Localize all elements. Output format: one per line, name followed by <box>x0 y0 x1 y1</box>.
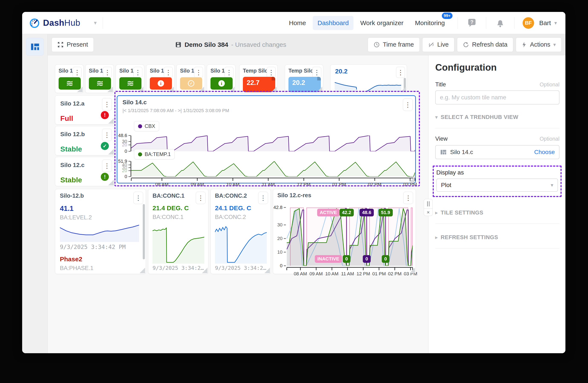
present-button[interactable]: Present <box>52 38 94 52</box>
tile-resize-handle[interactable] <box>264 268 270 273</box>
nav-item-dashboard[interactable]: Dashboard <box>313 16 354 30</box>
tile-resize-handle[interactable] <box>108 149 114 154</box>
legend-cbx[interactable]: CBX <box>134 121 159 131</box>
tile-menu-button[interactable]: ⋮ <box>133 192 143 204</box>
help-button[interactable]: ? <box>466 17 478 29</box>
status-tile-silo-12a[interactable]: Silo 12.a ⋮ Full ! <box>55 95 115 124</box>
caret-right-icon: ▸ <box>435 210 438 215</box>
save-icon <box>175 41 182 48</box>
refresh-settings-toggle[interactable]: ▸ REFRESH SETTINGS <box>435 234 559 241</box>
tile-menu-button[interactable]: ⋮ <box>396 67 405 78</box>
view-selector[interactable]: Silo 14.c Choose <box>435 145 559 159</box>
tile-menu-button[interactable]: ⋮ <box>103 67 112 78</box>
tile-resize-handle[interactable] <box>107 87 113 92</box>
choose-view-link[interactable]: Choose <box>534 149 555 155</box>
status-tile-silo-12c[interactable]: Silo 12.c ⋮ Stable ! <box>55 157 115 186</box>
temp-tile[interactable]: Temp Silo 2 ⋮ 20.2 <box>285 64 323 93</box>
cbx-chart <box>131 135 415 151</box>
chart-value-badge: 48.6 <box>360 209 374 216</box>
tile-resize-handle[interactable] <box>229 87 234 92</box>
dashboard-layout-button[interactable] <box>26 38 44 56</box>
nav-item-monitoring[interactable]: Monitoring 99+ <box>410 16 449 30</box>
mini-tile[interactable]: Silo 1 ⋮ ≋ <box>55 64 84 93</box>
live-button[interactable]: Live <box>422 38 454 52</box>
tile-resize-handle[interactable] <box>202 268 208 273</box>
alert-icon: ! <box>101 173 109 181</box>
avatar[interactable]: BF <box>523 17 534 29</box>
tile-menu-button[interactable]: ⋮ <box>258 192 268 204</box>
tile-silo-12c-res[interactable]: Silo 12.c-res ⋮ 42.83020100 ACTIVE42.248… <box>273 189 416 274</box>
mini-tile[interactable]: Silo 1 ⋮ ✓ <box>176 64 205 93</box>
main-tile-silo-14c[interactable]: Silo 14.c |< 1/31/2025 7:08:09 AM - >| 1… <box>117 95 416 183</box>
tile-resize-handle[interactable] <box>168 87 174 92</box>
trendhub-section-toggle[interactable]: ▾ SELECT A TRENDHUB VIEW <box>435 114 559 120</box>
tile-resize-handle[interactable] <box>409 177 415 182</box>
notifications-button[interactable] <box>494 17 506 29</box>
legend-dot <box>138 152 142 156</box>
conc2-sparkline-chart <box>215 222 267 264</box>
present-expand-icon <box>57 41 64 48</box>
drag-grip-icon[interactable] <box>424 199 433 209</box>
tile-menu-button[interactable]: ⋮ <box>133 67 142 78</box>
sparkline-chart <box>335 79 401 92</box>
tile-menu-button[interactable]: ⋮ <box>267 67 276 78</box>
tile-title-input[interactable] <box>435 90 559 104</box>
tile-ba-conc1[interactable]: BA:CONC.1 ⋮ 21.4 DEG. C BA:CONC.1 9/3/20… <box>148 189 208 274</box>
nav-divider <box>486 17 486 29</box>
tile-menu-button[interactable]: ⋮ <box>312 67 321 78</box>
tile-menu-button[interactable]: ⋮ <box>194 67 203 78</box>
section-divider <box>435 128 559 128</box>
tile-menu-button[interactable]: ⋮ <box>225 67 233 78</box>
time-frame-button[interactable]: Time frame <box>368 38 420 52</box>
tile-menu-button[interactable]: ⋮ <box>102 98 112 110</box>
brand-caret-icon[interactable]: ▾ <box>94 19 97 26</box>
nav-item-work-organizer[interactable]: Work organizer <box>356 16 408 30</box>
tile-menu-button[interactable]: ⋮ <box>102 160 112 172</box>
tile-scrollbar[interactable] <box>143 204 145 259</box>
tile-title: Silo 14.c <box>123 99 147 106</box>
tile-menu-button[interactable]: ⋮ <box>102 129 112 141</box>
tile-resize-handle[interactable] <box>108 118 114 124</box>
mini-tile[interactable]: Silo 1 ⋮ i <box>207 64 235 93</box>
tile-menu-button[interactable]: ⋮ <box>403 192 413 204</box>
caret-right-icon: ▸ <box>435 235 438 240</box>
tile-resize-handle[interactable] <box>108 180 114 185</box>
tile-menu-button[interactable]: ⋮ <box>164 67 173 78</box>
actions-button[interactable]: Actions ▾ <box>516 38 562 52</box>
brand-logo[interactable]: DashHub <box>29 18 80 29</box>
sparkline-tile[interactable]: 20.2 ⋮ <box>330 64 407 93</box>
tile-resize-handle[interactable] <box>199 87 204 92</box>
clock-icon <box>374 41 380 48</box>
tile-resize-handle[interactable] <box>138 87 143 92</box>
close-panel-button[interactable]: × <box>424 209 433 216</box>
panel-resize-handle[interactable]: × <box>424 199 433 216</box>
nav-item-home[interactable]: Home <box>284 16 311 30</box>
tile-resize-handle[interactable] <box>317 87 322 92</box>
tile-menu-button[interactable]: ⋮ <box>403 98 413 111</box>
temp-tile[interactable]: Temp Silo 1 ⋮ 22.7 <box>239 64 278 93</box>
display-as-select[interactable]: Plot ▾ <box>436 178 558 192</box>
mini-tile[interactable]: Silo 1 ⋮ i <box>146 64 175 93</box>
tile-value: 41.1 <box>60 205 74 212</box>
mini-tile[interactable]: Silo 1 ⋮ ≋ <box>116 64 144 93</box>
user-menu-caret-icon[interactable]: ▾ <box>554 20 557 26</box>
tile-menu-button[interactable]: ⋮ <box>196 192 206 204</box>
badge-fold <box>272 77 275 80</box>
status-tile-silo-12b[interactable]: Silo 12.b ⋮ Stable ✓ <box>55 126 115 155</box>
legend-ba-temp1[interactable]: BA:TEMP.1 <box>134 149 175 159</box>
tile-silo-12b-detail[interactable]: Silo-12.b ⋮ 41.1 BA:LEVEL.2 9/3/2025 3:3… <box>55 189 146 274</box>
chart-value-badge: 0 <box>363 255 371 263</box>
refresh-data-button[interactable]: Refresh data <box>457 38 513 52</box>
tile-resize-handle[interactable] <box>140 268 145 273</box>
tile-ba-conc2[interactable]: BA:CONC.2 ⋮ 24.1 DEG. C BA:CONC.2 9/3/20… <box>210 189 271 274</box>
tile-resize-handle[interactable] <box>271 87 277 92</box>
tile-resize-handle[interactable] <box>77 87 83 92</box>
tile-menu-button[interactable]: ⋮ <box>73 67 82 78</box>
mini-tile[interactable]: Silo 1 ⋮ ≋ <box>85 64 114 93</box>
tile-resize-handle[interactable] <box>400 87 406 92</box>
tile-settings-toggle[interactable]: ▸ TILE SETTINGS <box>435 209 559 216</box>
chart-value-badge: 51.9 <box>378 209 393 216</box>
configuration-panel: Configuration Title Optional ▾ SELECT A … <box>428 55 566 353</box>
tile-time-range: |< 1/31/2025 7:08:09 AM - >| 1/31/2025 3… <box>123 108 229 114</box>
tile-resize-handle[interactable] <box>409 268 415 273</box>
